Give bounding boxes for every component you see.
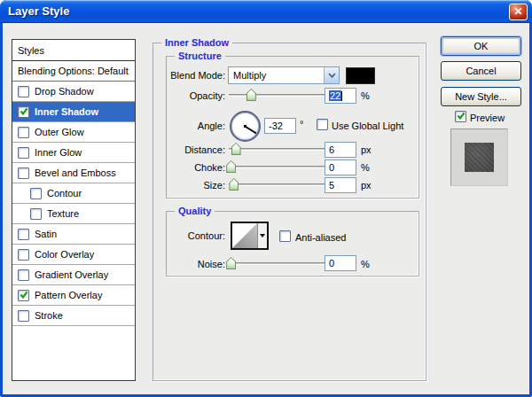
noise-unit: %	[361, 258, 370, 271]
angle-unit: °	[300, 118, 303, 131]
sidebar-item-outer-glow[interactable]: Outer Glow	[12, 122, 135, 143]
noise-label: Noise:	[167, 258, 225, 271]
slider-thumb[interactable]	[246, 89, 256, 101]
panel-title: Inner Shadow	[161, 36, 232, 50]
outer-glow-checkbox[interactable]	[18, 127, 29, 138]
sidebar-item-label: Contour	[47, 188, 82, 198]
distance-input[interactable]: 6	[325, 142, 356, 158]
sidebar-item-label: Inner Shadow	[35, 106, 98, 117]
slider-track[interactable]	[229, 183, 325, 186]
inner-shadow-panel: Inner Shadow Structure Blend Mode: Multi…	[153, 43, 426, 381]
sidebar-item-drop-shadow[interactable]: Drop Shadow	[12, 82, 135, 102]
gradient-overlay-checkbox[interactable]	[18, 269, 29, 281]
contour-label: Contour:	[167, 230, 225, 243]
distance-slider	[229, 142, 325, 156]
inner-glow-checkbox[interactable]	[18, 147, 29, 159]
check-icon	[456, 111, 466, 121]
slider-track[interactable]	[229, 148, 325, 151]
sidebar-item-label: Gradient Overlay	[35, 269, 108, 280]
sidebar-item-contour[interactable]: Contour	[12, 183, 135, 204]
cancel-button[interactable]: Cancel	[441, 61, 521, 81]
sidebar-item-label: Stroke	[35, 310, 63, 321]
angle-dial[interactable]	[230, 111, 261, 142]
opacity-unit: %	[361, 90, 370, 103]
sidebar-item-label: Satin	[35, 229, 57, 239]
sidebar-item-blending-options[interactable]: Blending Options: Default	[12, 61, 135, 82]
sidebar-item-inner-glow[interactable]: Inner Glow	[12, 143, 135, 163]
angle-input[interactable]: -32	[264, 118, 296, 134]
blend-mode-label: Blend Mode:	[167, 69, 225, 82]
sidebar-item-label: Pattern Overlay	[35, 290, 102, 300]
choke-input[interactable]: 0	[325, 160, 356, 175]
sidebar-item-stroke[interactable]: Stroke	[12, 306, 135, 326]
contour-dropdown-button[interactable]	[257, 223, 267, 248]
bevel-emboss-checkbox[interactable]	[18, 167, 29, 179]
opacity-input[interactable]: 22	[325, 88, 356, 104]
distance-value: 6	[329, 144, 334, 155]
use-global-light-checkbox[interactable]	[317, 119, 328, 130]
choke-label: Choke:	[167, 161, 225, 175]
slider-thumb[interactable]	[226, 257, 236, 269]
sidebar-item-label: Drop Shadow	[35, 86, 94, 97]
shadow-color-swatch[interactable]	[346, 67, 375, 84]
dialog-body: Styles Blending Options: Default Drop Sh…	[3, 23, 529, 394]
close-button[interactable]: ✕	[509, 4, 528, 20]
preview-thumbnail	[450, 128, 508, 186]
angle-label: Angle:	[167, 120, 225, 133]
sidebar-item-texture[interactable]: Texture	[12, 204, 135, 224]
distance-label: Distance:	[167, 144, 225, 157]
slider-thumb[interactable]	[229, 178, 239, 191]
sidebar-item-bevel-and-emboss[interactable]: Bevel and Emboss	[12, 163, 135, 183]
preview-pattern-square	[465, 143, 494, 172]
drop-shadow-checkbox[interactable]	[18, 86, 29, 97]
contour-checkbox[interactable]	[30, 188, 42, 199]
sidebar-item-gradient-overlay[interactable]: Gradient Overlay	[12, 265, 135, 285]
layer-style-dialog: Layer Style ✕ Styles Blending Options: D…	[0, 0, 532, 397]
chevron-down-icon[interactable]	[324, 67, 339, 83]
ok-button[interactable]: OK	[441, 36, 521, 56]
contour-thumbnail[interactable]	[232, 223, 257, 248]
satin-checkbox[interactable]	[18, 229, 29, 240]
texture-checkbox[interactable]	[30, 208, 42, 220]
slider-thumb[interactable]	[226, 160, 236, 173]
anti-aliased-label[interactable]: Anti-aliased	[295, 231, 346, 245]
preview-checkbox[interactable]	[455, 111, 466, 122]
size-input[interactable]: 5	[325, 177, 356, 193]
slider-track[interactable]	[229, 262, 325, 265]
titlebar: Layer Style ✕	[0, 0, 532, 23]
structure-group: Structure Blend Mode: Multiply Opacity:	[166, 56, 419, 198]
new-style-button[interactable]: New Style...	[441, 87, 521, 106]
slider-track[interactable]	[229, 166, 325, 168]
stroke-checkbox[interactable]	[18, 310, 29, 322]
window-title: Layer Style	[8, 4, 69, 18]
anti-aliased-checkbox[interactable]	[279, 230, 291, 242]
styles-sidebar: Styles Blending Options: Default Drop Sh…	[12, 39, 136, 381]
sidebar-item-satin[interactable]: Satin	[12, 224, 135, 245]
pattern-overlay-checkbox[interactable]	[18, 290, 29, 301]
color-overlay-checkbox[interactable]	[18, 249, 29, 261]
distance-unit: px	[361, 144, 372, 157]
size-label: Size:	[167, 179, 225, 192]
noise-slider	[229, 256, 325, 270]
size-slider	[229, 177, 325, 191]
slider-track[interactable]	[229, 94, 325, 97]
text-caret	[341, 91, 342, 101]
sidebar-item-label: Blending Options: Default	[18, 66, 129, 76]
slider-thumb[interactable]	[231, 143, 241, 155]
check-icon	[19, 290, 29, 300]
sidebar-item-pattern-overlay[interactable]: Pattern Overlay	[12, 285, 135, 306]
angle-center-dot	[244, 125, 246, 128]
sidebar-item-label: Color Overlay	[35, 249, 94, 260]
use-global-light-label[interactable]: Use Global Light	[332, 120, 403, 133]
contour-picker[interactable]	[231, 222, 269, 250]
quality-group: Quality Contour:	[166, 211, 419, 276]
inner-shadow-checkbox[interactable]	[18, 106, 29, 118]
blend-mode-value: Multiply	[229, 67, 324, 83]
sidebar-item-label: Outer Glow	[35, 127, 84, 137]
choke-slider	[229, 160, 325, 174]
sidebar-item-inner-shadow[interactable]: Inner Shadow	[12, 102, 135, 122]
sidebar-item-color-overlay[interactable]: Color Overlay	[12, 245, 135, 265]
preview-label[interactable]: Preview	[470, 112, 505, 125]
blend-mode-select[interactable]: Multiply	[228, 66, 340, 84]
noise-input[interactable]: 0	[325, 255, 356, 271]
